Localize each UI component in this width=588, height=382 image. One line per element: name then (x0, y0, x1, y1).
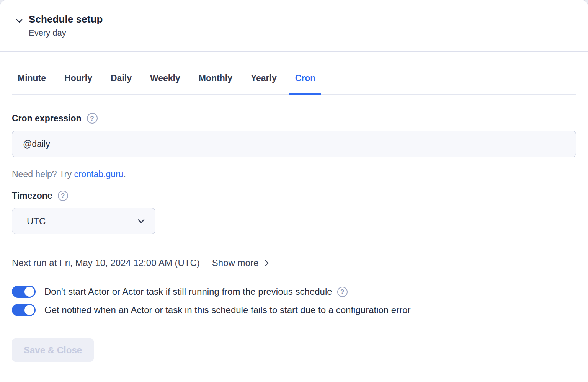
schedule-type-tabs: Minute Hourly Daily Weekly Monthly Yearl… (12, 72, 576, 95)
next-run-row: Next run at Fri, May 10, 2024 12:00 AM (… (12, 258, 576, 268)
header-text-block: Schedule setup Every day (29, 13, 103, 39)
timezone-selected-value: UTC (12, 216, 127, 227)
options-toggles: Don't start Actor or Actor task if still… (12, 286, 576, 316)
get-notified-toggle-label: Get notified when an Actor or task in th… (44, 304, 411, 316)
toggle-knob (24, 287, 34, 297)
chevron-right-icon (262, 259, 271, 268)
cron-expression-label: Cron expression (12, 113, 82, 124)
cron-expression-label-row: Cron expression ? (12, 113, 576, 124)
collapse-chevron-down-icon[interactable] (14, 16, 24, 26)
dont-start-toggle[interactable] (12, 286, 36, 298)
page-subtitle: Every day (29, 27, 103, 39)
tab-monthly[interactable]: Monthly (193, 72, 238, 95)
next-run-text: Next run at Fri, May 10, 2024 12:00 AM (… (12, 258, 200, 268)
crontab-guru-link[interactable]: crontab.guru (74, 169, 123, 179)
tab-cron[interactable]: Cron (289, 72, 322, 95)
save-close-button[interactable]: Save & Close (12, 338, 94, 362)
show-more-label: Show more (212, 258, 258, 268)
timezone-label-row: Timezone ? (12, 190, 576, 201)
toggle-knob (24, 305, 34, 315)
modal-header: Schedule setup Every day (0, 0, 588, 52)
help-icon[interactable]: ? (337, 287, 348, 297)
cron-help-prefix: Need help? Try (12, 169, 74, 179)
dont-start-toggle-label: Don't start Actor or Actor task if still… (44, 286, 332, 298)
cron-help-suffix: . (124, 169, 126, 179)
cron-expression-input[interactable] (12, 131, 576, 157)
help-icon[interactable]: ? (87, 113, 98, 124)
timezone-select[interactable]: UTC (12, 208, 155, 234)
tab-minute[interactable]: Minute (12, 72, 52, 95)
schedule-setup-modal: Schedule setup Every day Minute Hourly D… (0, 0, 588, 382)
chevron-down-icon (127, 216, 155, 227)
help-icon[interactable]: ? (58, 191, 68, 201)
tab-yearly[interactable]: Yearly (245, 72, 283, 95)
get-notified-toggle[interactable] (12, 304, 36, 316)
toggle-row-get-notified: Get notified when an Actor or task in th… (12, 304, 576, 316)
show-more-button[interactable]: Show more (212, 258, 271, 268)
timezone-label: Timezone (12, 190, 52, 201)
tab-weekly[interactable]: Weekly (144, 72, 186, 95)
tab-daily[interactable]: Daily (105, 72, 137, 95)
tab-hourly[interactable]: Hourly (59, 72, 98, 95)
cron-help-text: Need help? Try crontab.guru. (12, 168, 576, 180)
page-title: Schedule setup (29, 13, 103, 26)
toggle-row-dont-start: Don't start Actor or Actor task if still… (12, 286, 576, 298)
